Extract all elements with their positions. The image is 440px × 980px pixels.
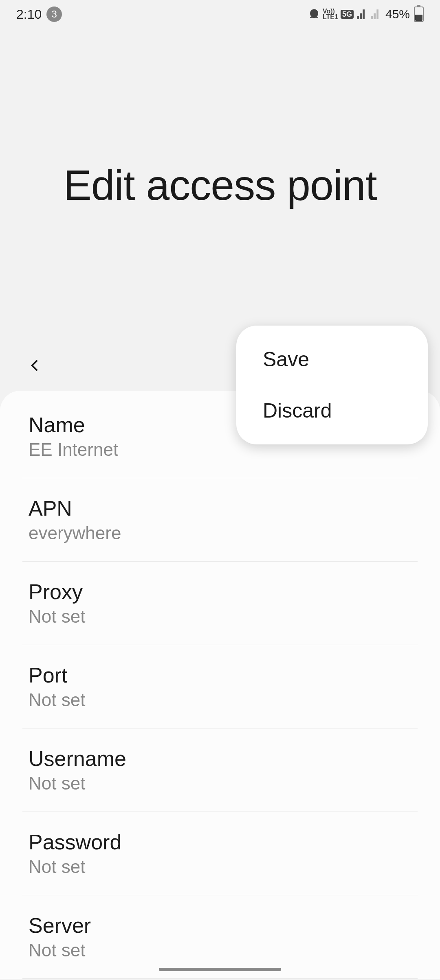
divider: [22, 978, 418, 979]
status-time: 2:10: [16, 7, 42, 22]
page-title: Edit access point: [63, 161, 376, 210]
header-area: Edit access point: [0, 28, 440, 342]
status-left: 2:10 3: [16, 7, 62, 22]
notification-badge: 3: [46, 7, 62, 22]
setting-value: Not set: [29, 606, 411, 627]
setting-row-server[interactable]: Server Not set: [0, 895, 440, 978]
chevron-left-icon: [24, 355, 45, 376]
status-bar: 2:10 3 Vo))LTE1 5G 45%: [0, 0, 440, 28]
signal-icon-2: [370, 9, 381, 20]
setting-value: Not set: [29, 940, 411, 960]
battery-icon: [414, 7, 424, 22]
setting-row-port[interactable]: Port Not set: [0, 645, 440, 728]
overflow-menu: Save Discard: [236, 326, 428, 444]
setting-row-apn[interactable]: APN everywhere: [0, 478, 440, 561]
menu-item-discard[interactable]: Discard: [236, 385, 428, 436]
setting-label: Username: [29, 746, 411, 771]
setting-value: Not set: [29, 690, 411, 710]
setting-value: everywhere: [29, 523, 411, 543]
settings-list[interactable]: Name EE Internet APN everywhere Proxy No…: [0, 391, 440, 979]
back-button[interactable]: [24, 355, 45, 377]
volte-icon: Vo))LTE1: [323, 9, 338, 20]
home-indicator[interactable]: [159, 968, 281, 971]
status-icons: Vo))LTE1 5G: [308, 8, 381, 20]
setting-row-proxy[interactable]: Proxy Not set: [0, 562, 440, 645]
signal-icon-1: [356, 9, 367, 20]
setting-label: Password: [29, 830, 411, 854]
battery-percent: 45%: [385, 7, 410, 21]
menu-item-save[interactable]: Save: [236, 334, 428, 385]
status-right: Vo))LTE1 5G 45%: [308, 7, 424, 22]
setting-value: Not set: [29, 857, 411, 877]
setting-row-password[interactable]: Password Not set: [0, 812, 440, 895]
5g-icon: 5G: [341, 10, 354, 19]
alarm-icon: [308, 8, 320, 20]
setting-label: Server: [29, 913, 411, 938]
setting-label: APN: [29, 496, 411, 521]
setting-label: Proxy: [29, 580, 411, 604]
setting-label: Port: [29, 663, 411, 687]
setting-row-username[interactable]: Username Not set: [0, 728, 440, 812]
setting-value: Not set: [29, 773, 411, 794]
